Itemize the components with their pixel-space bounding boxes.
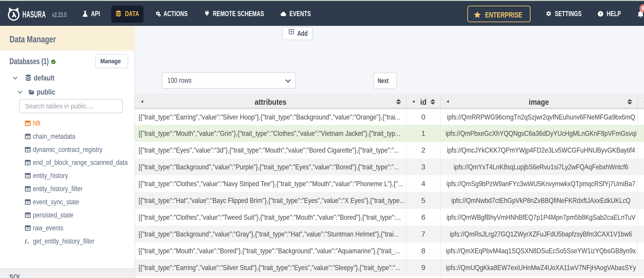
svg-text:f: f bbox=[25, 238, 27, 244]
svg-text:?: ? bbox=[600, 12, 602, 16]
svg-text:x: x bbox=[28, 241, 29, 244]
